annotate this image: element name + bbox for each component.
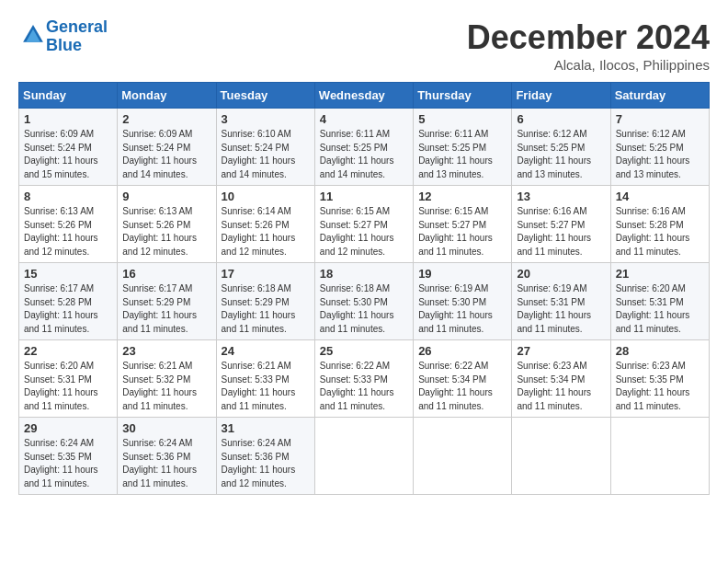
day-info: Sunrise: 6:09 AMSunset: 5:24 PMDaylight:… [24, 128, 112, 181]
day-number: 19 [418, 267, 506, 281]
calendar-cell [314, 418, 413, 495]
calendar-week-row: 1Sunrise: 6:09 AMSunset: 5:24 PMDaylight… [19, 109, 710, 186]
day-number: 30 [122, 421, 210, 435]
day-number: 8 [24, 190, 112, 203]
calendar-cell: 26Sunrise: 6:22 AMSunset: 5:34 PMDayligh… [414, 340, 512, 418]
day-number: 11 [320, 190, 408, 203]
day-info: Sunrise: 6:12 AMSunset: 5:25 PMDaylight:… [616, 128, 704, 181]
day-info: Sunrise: 6:11 AMSunset: 5:25 PMDaylight:… [320, 128, 408, 181]
calendar-cell [512, 418, 610, 495]
day-info: Sunrise: 6:10 AMSunset: 5:24 PMDaylight:… [222, 128, 310, 181]
calendar-cell: 4Sunrise: 6:11 AMSunset: 5:25 PMDaylight… [314, 109, 413, 186]
day-info: Sunrise: 6:20 AMSunset: 5:31 PMDaylight:… [24, 360, 112, 413]
calendar-cell: 14Sunrise: 6:16 AMSunset: 5:28 PMDayligh… [610, 186, 709, 263]
logo-line2: Blue [46, 36, 82, 54]
day-info: Sunrise: 6:17 AMSunset: 5:29 PMDaylight:… [122, 282, 210, 336]
calendar-week-row: 8Sunrise: 6:13 AMSunset: 5:26 PMDaylight… [19, 186, 710, 263]
day-number: 7 [616, 112, 704, 126]
col-header-tuesday: Tuesday [216, 83, 314, 109]
day-info: Sunrise: 6:11 AMSunset: 5:25 PMDaylight:… [418, 128, 506, 181]
calendar-cell [610, 418, 709, 495]
calendar-cell: 5Sunrise: 6:11 AMSunset: 5:25 PMDaylight… [414, 109, 512, 186]
day-number: 22 [24, 344, 112, 358]
title-area: December 2024 Alcala, Ilocos, Philippine… [467, 18, 710, 73]
day-number: 5 [418, 112, 506, 126]
calendar-cell: 19Sunrise: 6:19 AMSunset: 5:30 PMDayligh… [414, 263, 512, 340]
calendar-cell: 12Sunrise: 6:15 AMSunset: 5:27 PMDayligh… [414, 186, 512, 263]
calendar-cell: 17Sunrise: 6:18 AMSunset: 5:29 PMDayligh… [216, 263, 314, 340]
day-number: 1 [24, 112, 112, 126]
day-info: Sunrise: 6:18 AMSunset: 5:29 PMDaylight:… [222, 282, 310, 336]
calendar-cell: 1Sunrise: 6:09 AMSunset: 5:24 PMDaylight… [19, 109, 118, 186]
day-number: 31 [222, 421, 310, 435]
logo: General Blue [18, 18, 108, 55]
location-title: Alcala, Ilocos, Philippines [467, 57, 710, 73]
day-number: 9 [122, 190, 210, 203]
day-number: 3 [222, 112, 310, 126]
calendar-cell: 27Sunrise: 6:23 AMSunset: 5:34 PMDayligh… [512, 340, 610, 418]
day-info: Sunrise: 6:23 AMSunset: 5:35 PMDaylight:… [616, 360, 704, 413]
calendar-cell: 24Sunrise: 6:21 AMSunset: 5:33 PMDayligh… [216, 340, 314, 418]
calendar-week-row: 22Sunrise: 6:20 AMSunset: 5:31 PMDayligh… [19, 340, 710, 418]
calendar-cell: 18Sunrise: 6:18 AMSunset: 5:30 PMDayligh… [314, 263, 413, 340]
day-number: 27 [517, 344, 605, 358]
page-header: General Blue December 2024 Alcala, Iloco… [18, 18, 710, 73]
calendar-cell: 23Sunrise: 6:21 AMSunset: 5:32 PMDayligh… [118, 340, 216, 418]
calendar-cell: 7Sunrise: 6:12 AMSunset: 5:25 PMDaylight… [610, 109, 709, 186]
day-info: Sunrise: 6:14 AMSunset: 5:26 PMDaylight:… [222, 205, 310, 259]
calendar-cell: 29Sunrise: 6:24 AMSunset: 5:35 PMDayligh… [19, 418, 118, 495]
calendar-cell: 16Sunrise: 6:17 AMSunset: 5:29 PMDayligh… [118, 263, 216, 340]
day-info: Sunrise: 6:19 AMSunset: 5:31 PMDaylight:… [517, 282, 605, 336]
day-number: 23 [122, 344, 210, 358]
day-number: 20 [517, 267, 605, 281]
calendar-cell: 22Sunrise: 6:20 AMSunset: 5:31 PMDayligh… [19, 340, 118, 418]
calendar-cell: 28Sunrise: 6:23 AMSunset: 5:35 PMDayligh… [610, 340, 709, 418]
calendar-cell: 6Sunrise: 6:12 AMSunset: 5:25 PMDaylight… [512, 109, 610, 186]
calendar-cell: 15Sunrise: 6:17 AMSunset: 5:28 PMDayligh… [19, 263, 118, 340]
logo-line1: General [46, 17, 108, 36]
calendar-cell: 2Sunrise: 6:09 AMSunset: 5:24 PMDaylight… [118, 109, 216, 186]
day-number: 17 [222, 267, 310, 281]
col-header-saturday: Saturday [610, 83, 709, 109]
col-header-wednesday: Wednesday [314, 83, 413, 109]
day-info: Sunrise: 6:16 AMSunset: 5:28 PMDaylight:… [616, 205, 704, 259]
day-number: 25 [320, 344, 408, 358]
calendar-cell: 10Sunrise: 6:14 AMSunset: 5:26 PMDayligh… [216, 186, 314, 263]
day-info: Sunrise: 6:21 AMSunset: 5:33 PMDaylight:… [222, 360, 310, 413]
month-title: December 2024 [467, 18, 710, 57]
calendar-cell: 31Sunrise: 6:24 AMSunset: 5:36 PMDayligh… [216, 418, 314, 495]
day-number: 24 [222, 344, 310, 358]
calendar-cell: 3Sunrise: 6:10 AMSunset: 5:24 PMDaylight… [216, 109, 314, 186]
calendar-week-row: 15Sunrise: 6:17 AMSunset: 5:28 PMDayligh… [19, 263, 710, 340]
day-number: 16 [122, 267, 210, 281]
day-info: Sunrise: 6:23 AMSunset: 5:34 PMDaylight:… [517, 360, 605, 413]
day-info: Sunrise: 6:24 AMSunset: 5:35 PMDaylight:… [24, 437, 112, 490]
day-number: 10 [222, 190, 310, 203]
day-number: 29 [24, 421, 112, 435]
day-info: Sunrise: 6:22 AMSunset: 5:33 PMDaylight:… [320, 360, 408, 413]
col-header-friday: Friday [512, 83, 610, 109]
calendar-cell: 13Sunrise: 6:16 AMSunset: 5:27 PMDayligh… [512, 186, 610, 263]
calendar-cell: 20Sunrise: 6:19 AMSunset: 5:31 PMDayligh… [512, 263, 610, 340]
day-info: Sunrise: 6:12 AMSunset: 5:25 PMDaylight:… [517, 128, 605, 181]
calendar-cell: 25Sunrise: 6:22 AMSunset: 5:33 PMDayligh… [314, 340, 413, 418]
calendar-cell: 9Sunrise: 6:13 AMSunset: 5:26 PMDaylight… [118, 186, 216, 263]
day-number: 2 [122, 112, 210, 126]
day-number: 15 [24, 267, 112, 281]
day-info: Sunrise: 6:13 AMSunset: 5:26 PMDaylight:… [122, 205, 210, 259]
col-header-monday: Monday [118, 83, 216, 109]
calendar-header-row: SundayMondayTuesdayWednesdayThursdayFrid… [19, 83, 710, 109]
calendar-week-row: 29Sunrise: 6:24 AMSunset: 5:35 PMDayligh… [19, 418, 710, 495]
day-info: Sunrise: 6:17 AMSunset: 5:28 PMDaylight:… [24, 282, 112, 336]
day-number: 6 [517, 112, 605, 126]
day-number: 14 [616, 190, 704, 203]
day-number: 26 [418, 344, 506, 358]
calendar-cell: 30Sunrise: 6:24 AMSunset: 5:36 PMDayligh… [118, 418, 216, 495]
col-header-thursday: Thursday [414, 83, 512, 109]
day-info: Sunrise: 6:21 AMSunset: 5:32 PMDaylight:… [122, 360, 210, 413]
day-number: 21 [616, 267, 704, 281]
day-number: 13 [517, 190, 605, 203]
day-info: Sunrise: 6:09 AMSunset: 5:24 PMDaylight:… [122, 128, 210, 181]
day-info: Sunrise: 6:24 AMSunset: 5:36 PMDaylight:… [122, 437, 210, 490]
day-number: 4 [320, 112, 408, 126]
